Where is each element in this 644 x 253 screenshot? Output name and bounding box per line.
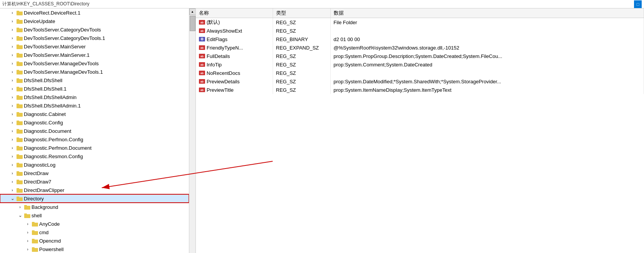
svg-rect-55 <box>32 239 35 240</box>
reg-name-5: abInfoTip <box>196 60 273 69</box>
tree-item-shell[interactable]: ⌄ shell <box>0 211 189 220</box>
expand-btn-anycode[interactable]: › <box>25 221 31 227</box>
registry-row-8[interactable]: abPreviewTitleREG_SZprop:System.ItemName… <box>196 86 644 94</box>
expand-btn-cmd[interactable]: › <box>25 229 31 235</box>
tree-item-powershell[interactable]: › Powershell <box>0 245 189 253</box>
tree-item-dfsshell-admin1[interactable]: › DfsShell.DfsShellAdmin.1 <box>0 101 189 110</box>
expand-btn-diagnostic-cabinet[interactable]: › <box>9 111 15 117</box>
expand-btn-devtoolsserver-catdev1[interactable]: › <box>9 35 15 41</box>
reg-name-6: abNoRecentDocs <box>196 69 273 77</box>
tree-item-directory[interactable]: ⌄ Directory <box>0 194 189 203</box>
expand-btn-directory[interactable]: ⌄ <box>9 195 15 202</box>
tree-item-directdrawclipper[interactable]: › DirectDrawClipper <box>0 186 189 194</box>
registry-row-0[interactable]: ab(默认)REG_SZFile Folder <box>196 18 644 27</box>
registry-row-5[interactable]: abInfoTipREG_SZprop:System.Comment;Syste… <box>196 60 644 69</box>
folder-icon-devtoolsserver-catdev <box>17 27 23 32</box>
tree-label-diagnostic-config: Diagnostic.Config <box>24 120 63 126</box>
reg-type-4: REG_SZ <box>273 52 330 60</box>
expand-btn-dfsshell-admin[interactable]: › <box>9 94 15 100</box>
left-panel: › DeviceRect.DeviceRect.1› DeviceUpdate›… <box>0 8 196 253</box>
folder-icon-diagnostic-document <box>17 128 23 134</box>
tree-item-devtoolsserver-manage1[interactable]: › DevToolsServer.ManageDevTools.1 <box>0 68 189 76</box>
registry-row-3[interactable]: abFriendlyTypeN...REG_EXPAND_SZ@%SystemR… <box>196 43 644 52</box>
tree-item-diagnostic-config[interactable]: › Diagnostic.Config <box>0 118 189 127</box>
expand-btn-devicerect[interactable]: › <box>9 10 15 16</box>
tree-item-anycode[interactable]: › AnyCode <box>0 220 189 228</box>
expand-btn-opencmd[interactable]: › <box>25 238 31 244</box>
scrollbar-track[interactable]: ▲ <box>189 8 195 253</box>
tree-item-dfsshell[interactable]: › DfsShell.DfsShell <box>0 76 189 84</box>
svg-rect-15 <box>17 70 19 71</box>
tree-item-cmd[interactable]: › cmd <box>0 228 189 236</box>
folder-icon-deviceupdate <box>17 18 23 24</box>
expand-btn-devtoolsserver-main1[interactable]: › <box>9 52 15 58</box>
tree-item-diagnostic-perfmon-config[interactable]: › Diagnostic.Perfmon.Config <box>0 135 189 144</box>
expand-btn-diagnostic-resmon-config[interactable]: › <box>9 153 15 159</box>
tree-item-dfsshell-admin[interactable]: › DfsShell.DfsShellAdmin <box>0 93 189 101</box>
maximize-button[interactable]: □ <box>634 0 642 8</box>
expand-btn-diagnostic-config[interactable]: › <box>9 119 15 126</box>
tree-label-dfsshell-admin1: DfsShell.DfsShellAdmin.1 <box>24 103 81 109</box>
tree-item-directdraw7[interactable]: › DirectDraw7 <box>0 177 189 186</box>
expand-btn-devtoolsserver-manage1[interactable]: › <box>9 69 15 75</box>
expand-btn-powershell[interactable]: › <box>25 246 31 252</box>
tree-item-devicerect[interactable]: › DeviceRect.DeviceRect.1 <box>0 8 189 17</box>
tree-item-diagnostic-perfmon-doc[interactable]: › Diagnostic.Perfmon.Document <box>0 144 189 152</box>
tree-label-opencmd: Opencmd <box>39 238 61 244</box>
expand-btn-directdraw[interactable]: › <box>9 170 15 176</box>
scroll-up-button[interactable]: ▲ <box>189 8 196 15</box>
expand-btn-diagnostic-document[interactable]: › <box>9 128 15 134</box>
tree-item-diagnostic-resmon-config[interactable]: › Diagnostic.Resmon.Config <box>0 152 189 160</box>
tree-item-diagnostic-cabinet[interactable]: › Diagnostic.Cabinet <box>0 110 189 118</box>
tree-item-devtoolsserver-main[interactable]: › DevToolsServer.MainServer <box>0 42 189 51</box>
reg-name-7: abPreviewDetails <box>196 77 273 86</box>
expand-btn-diagnostic-perfmon-config[interactable]: › <box>9 136 15 142</box>
expand-btn-devtoolsserver-catdev[interactable]: › <box>9 26 15 33</box>
tree-label-dfsshell1: DfsShell.DfsShell.1 <box>24 86 66 92</box>
tree-item-diagnosticlog[interactable]: › DiagnosticLog <box>0 160 189 169</box>
right-panel: 名称 类型 数据 ab(默认)REG_SZFile FolderabAlways… <box>196 8 644 253</box>
expand-btn-dfsshell-admin1[interactable]: › <box>9 103 15 109</box>
expand-btn-directdrawclipper[interactable]: › <box>9 187 15 193</box>
tree-label-anycode: AnyCode <box>39 221 60 227</box>
tree-item-devtoolsserver-main1[interactable]: › DevToolsServer.MainServer.1 <box>0 51 189 59</box>
reg-name-3: abFriendlyTypeN... <box>196 43 273 52</box>
reg-type-7: REG_SZ <box>273 77 330 86</box>
svg-rect-53 <box>32 230 35 232</box>
expand-btn-directdraw7[interactable]: › <box>9 179 15 185</box>
tree-item-directdraw[interactable]: › DirectDraw <box>0 169 189 177</box>
svg-rect-1 <box>17 11 19 12</box>
svg-rect-35 <box>17 154 19 156</box>
tree-item-background[interactable]: › Background <box>0 203 189 211</box>
expand-btn-background[interactable]: › <box>17 204 23 210</box>
registry-row-6[interactable]: abNoRecentDocsREG_SZ <box>196 69 644 77</box>
tree-item-devtoolsserver-manage[interactable]: › DevToolsServer.ManageDevTools <box>0 59 189 68</box>
registry-row-1[interactable]: abAlwaysShowExtREG_SZ <box>196 26 644 35</box>
registry-row-2[interactable]: ⚙EditFlagsREG_BINARYd2 01 00 00 <box>196 35 644 43</box>
tree-item-diagnostic-document[interactable]: › Diagnostic.Document <box>0 127 189 135</box>
tree-item-opencmd[interactable]: › Opencmd <box>0 236 189 245</box>
expand-btn-deviceupdate[interactable]: › <box>9 18 15 24</box>
tree-scroll-area[interactable]: › DeviceRect.DeviceRect.1› DeviceUpdate›… <box>0 8 189 253</box>
scrollbar-thumb[interactable] <box>190 16 195 31</box>
expand-btn-devtoolsserver-manage[interactable]: › <box>9 60 15 66</box>
svg-rect-47 <box>24 205 27 207</box>
expand-btn-devtoolsserver-main[interactable]: › <box>9 43 15 50</box>
reg-name-text-7: PreviewDetails <box>207 79 240 84</box>
col-header-type: 类型 <box>273 8 330 18</box>
expand-btn-dfsshell1[interactable]: › <box>9 86 15 92</box>
tree-item-devtoolsserver-catdev[interactable]: › DevToolsServer.CategoryDevTools <box>0 25 189 34</box>
expand-btn-dfsshell[interactable]: › <box>9 77 15 83</box>
expand-btn-shell[interactable]: ⌄ <box>17 212 23 218</box>
tree-item-devtoolsserver-catdev1[interactable]: › DevToolsServer.CategoryDevTools.1 <box>0 34 189 42</box>
folder-icon-shell <box>24 213 30 218</box>
reg-data-6 <box>330 69 644 77</box>
tree-label-diagnosticlog: DiagnosticLog <box>24 162 55 168</box>
registry-row-7[interactable]: abPreviewDetailsREG_SZprop:System.DateMo… <box>196 77 644 86</box>
tree-item-deviceupdate[interactable]: › DeviceUpdate <box>0 17 189 25</box>
expand-btn-diagnosticlog[interactable]: › <box>9 162 15 168</box>
expand-btn-diagnostic-perfmon-doc[interactable]: › <box>9 145 15 151</box>
tree-label-background: Background <box>31 204 58 210</box>
tree-item-dfsshell1[interactable]: › DfsShell.DfsShell.1 <box>0 84 189 93</box>
registry-row-4[interactable]: abFullDetailsREG_SZprop:System.PropGroup… <box>196 52 644 60</box>
